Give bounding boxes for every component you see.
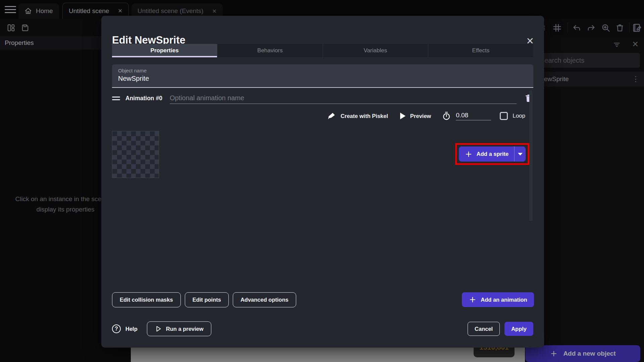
animation-row: Animation #0	[112, 92, 533, 104]
timer-icon	[442, 111, 451, 121]
loop-label: Loop	[513, 113, 525, 119]
edit-points-button[interactable]: Edit points	[185, 292, 229, 307]
add-sprite-button[interactable]: Add a sprite	[459, 146, 526, 162]
object-name-input[interactable]	[118, 75, 527, 82]
animation-name-field[interactable]	[170, 93, 517, 104]
chevron-down-icon	[518, 153, 523, 156]
add-animation-button[interactable]: Add an animation	[462, 292, 534, 307]
dialog-tab-bar: Properties Behaviors Variables Effects	[112, 44, 533, 57]
loop-checkbox[interactable]	[500, 112, 508, 120]
edit-object-dialog: Edit NewSprite ✕ Properties Behaviors Va…	[101, 16, 544, 348]
tab-effects[interactable]: Effects	[428, 44, 533, 57]
time-between-frames-field[interactable]	[456, 112, 491, 120]
add-animation-label: Add an animation	[481, 297, 527, 303]
play-icon	[400, 113, 406, 119]
help-label: Help	[125, 326, 138, 332]
apply-button[interactable]: Apply	[504, 322, 533, 336]
animation-name-input[interactable]	[170, 93, 517, 104]
create-with-piskel-button[interactable]: Create with Piskel	[327, 112, 388, 120]
brush-icon	[327, 112, 336, 120]
sprite-frame-thumbnail[interactable]	[112, 131, 159, 178]
run-preview-button[interactable]: Run a preview	[147, 321, 211, 336]
drag-handle-icon[interactable]	[112, 97, 120, 100]
gdevelop-app: Home Untitled scene ✕ Untitled scene (Ev…	[0, 0, 644, 362]
advanced-options-button[interactable]: Advanced options	[233, 292, 296, 307]
add-sprite-label: Add a sprite	[477, 151, 508, 157]
time-between-frames-input[interactable]	[456, 112, 491, 120]
help-icon: ?	[112, 324, 121, 333]
dialog-footer: ? Help Run a preview Cancel Apply	[112, 321, 533, 336]
animation-edit-buttons: Edit collision masks Edit points Advance…	[112, 292, 296, 307]
tab-behaviors[interactable]: Behaviors	[217, 44, 323, 57]
active-tab-underline	[112, 56, 217, 57]
add-sprite-dropdown[interactable]	[515, 146, 526, 162]
plus-icon	[469, 296, 477, 304]
tab-properties[interactable]: Properties	[112, 44, 217, 57]
help-button[interactable]: ? Help	[112, 324, 138, 333]
object-name-label: Object name	[118, 68, 527, 73]
cancel-button[interactable]: Cancel	[468, 322, 500, 336]
edit-collision-masks-button[interactable]: Edit collision masks	[112, 292, 181, 307]
animation-actions-row: Create with Piskel Preview Loop	[327, 111, 525, 121]
preview-animation-button[interactable]: Preview	[400, 113, 431, 119]
animation-label: Animation #0	[125, 95, 162, 102]
plus-icon	[465, 150, 473, 158]
tab-variables[interactable]: Variables	[323, 44, 428, 57]
play-outline-icon	[155, 325, 162, 333]
dialog-scrollbar[interactable]	[529, 90, 533, 221]
add-sprite-main[interactable]: Add a sprite	[459, 146, 515, 162]
object-name-field[interactable]: Object name	[112, 64, 533, 88]
